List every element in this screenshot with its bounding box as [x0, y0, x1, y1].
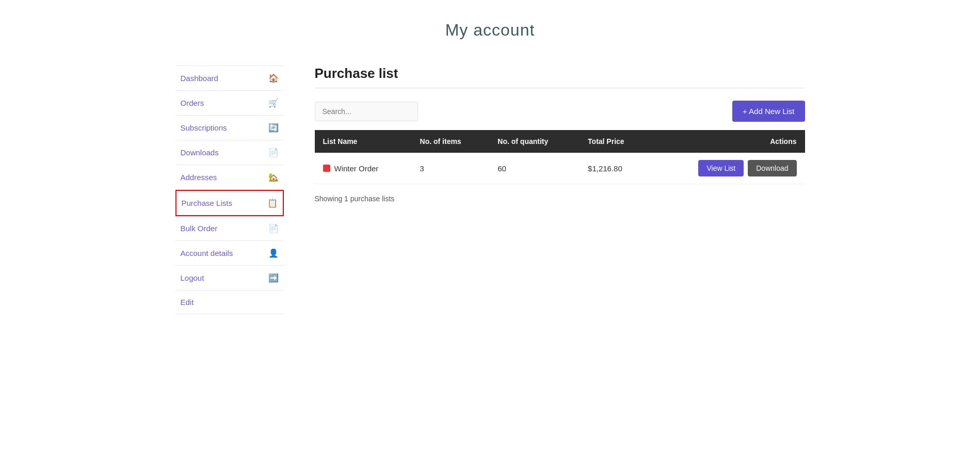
sidebar-label-downloads: Downloads: [181, 148, 219, 157]
main-content: Purchase list + Add New List List Name N…: [315, 66, 805, 314]
view-list-label: View List: [706, 164, 735, 172]
sidebar-item-orders[interactable]: Orders 🛒: [175, 91, 284, 116]
downloads-icon: 📄: [268, 148, 279, 157]
sidebar-item-downloads[interactable]: Downloads 📄: [175, 140, 284, 165]
purchase-table: List Name No. of items No. of quantity T…: [315, 130, 805, 184]
sidebar-label-purchase-lists: Purchase Lists: [182, 199, 232, 207]
add-new-list-label: + Add New List: [743, 107, 794, 116]
purchase-lists-icon: 📋: [267, 198, 278, 208]
sidebar-item-bulk-order[interactable]: Bulk Order 📄: [175, 216, 284, 241]
cell-list-name: Winter Order: [315, 153, 412, 184]
orders-icon: 🛒: [268, 98, 279, 108]
sidebar-item-edit[interactable]: Edit: [175, 291, 284, 314]
list-name-text: Winter Order: [334, 164, 379, 173]
add-new-list-button[interactable]: + Add New List: [732, 101, 805, 122]
cell-total-price: $1,216.80: [580, 153, 651, 184]
col-num-quantity: No. of quantity: [489, 130, 580, 153]
sidebar-label-logout: Logout: [181, 273, 204, 282]
download-button[interactable]: Download: [748, 160, 796, 176]
table-header-row: List Name No. of items No. of quantity T…: [315, 130, 805, 153]
dashboard-icon: 🏠: [268, 73, 279, 83]
sidebar-item-purchase-lists[interactable]: Purchase Lists 📋: [175, 190, 284, 216]
toolbar: + Add New List: [315, 101, 805, 122]
cell-num-items: 3: [412, 153, 490, 184]
cell-actions: View List Download: [651, 153, 805, 184]
subscriptions-icon: 🔄: [268, 123, 279, 133]
col-actions: Actions: [651, 130, 805, 153]
sidebar-item-account-details[interactable]: Account details 👤: [175, 241, 284, 266]
view-list-button[interactable]: View List: [698, 160, 744, 176]
list-color-indicator: [323, 165, 330, 172]
sidebar-label-account-details: Account details: [181, 249, 233, 257]
showing-text: Showing 1 purchase lists: [315, 195, 805, 203]
sidebar-label-bulk-order: Bulk Order: [181, 224, 218, 233]
page-title: My account: [0, 0, 980, 55]
sidebar-label-addresses: Addresses: [181, 173, 217, 182]
bulk-order-icon: 📄: [268, 223, 279, 233]
cell-num-quantity: 60: [489, 153, 580, 184]
sidebar-label-edit: Edit: [181, 298, 194, 307]
sidebar-item-addresses[interactable]: Addresses 🏡: [175, 165, 284, 190]
addresses-icon: 🏡: [268, 172, 279, 182]
col-total-price: Total Price: [580, 130, 651, 153]
download-label: Download: [756, 164, 788, 172]
title-divider: [315, 88, 805, 88]
logout-icon: ➡️: [268, 273, 279, 283]
account-details-icon: 👤: [268, 248, 279, 258]
col-list-name: List Name: [315, 130, 412, 153]
sidebar: Dashboard 🏠 Orders 🛒 Subscriptions 🔄 Dow…: [175, 66, 284, 314]
sidebar-item-dashboard[interactable]: Dashboard 🏠: [175, 66, 284, 91]
sidebar-label-orders: Orders: [181, 99, 204, 107]
table-row: Winter Order 3 60 $1,216.80 View List Do…: [315, 153, 805, 184]
content-page-title: Purchase list: [315, 66, 805, 82]
search-input[interactable]: [315, 102, 418, 121]
col-num-items: No. of items: [412, 130, 490, 153]
sidebar-label-dashboard: Dashboard: [181, 74, 218, 83]
sidebar-item-subscriptions[interactable]: Subscriptions 🔄: [175, 116, 284, 140]
sidebar-label-subscriptions: Subscriptions: [181, 123, 227, 132]
sidebar-item-logout[interactable]: Logout ➡️: [175, 266, 284, 291]
